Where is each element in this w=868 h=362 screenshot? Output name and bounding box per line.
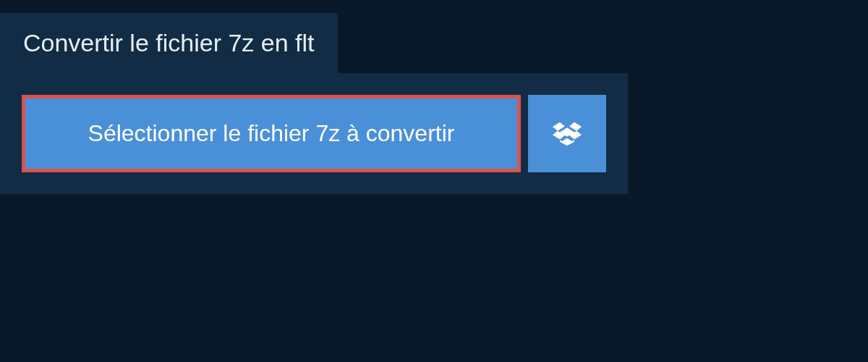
page-title: Convertir le fichier 7z en flt	[23, 29, 315, 57]
dropbox-button[interactable]	[528, 95, 606, 172]
dropbox-icon	[553, 119, 582, 148]
select-file-label: Sélectionner le fichier 7z à convertir	[88, 120, 455, 146]
header-tab: Convertir le fichier 7z en flt	[0, 13, 338, 73]
upload-panel: Sélectionner le fichier 7z à convertir	[0, 73, 628, 194]
select-file-button[interactable]: Sélectionner le fichier 7z à convertir	[22, 95, 521, 172]
